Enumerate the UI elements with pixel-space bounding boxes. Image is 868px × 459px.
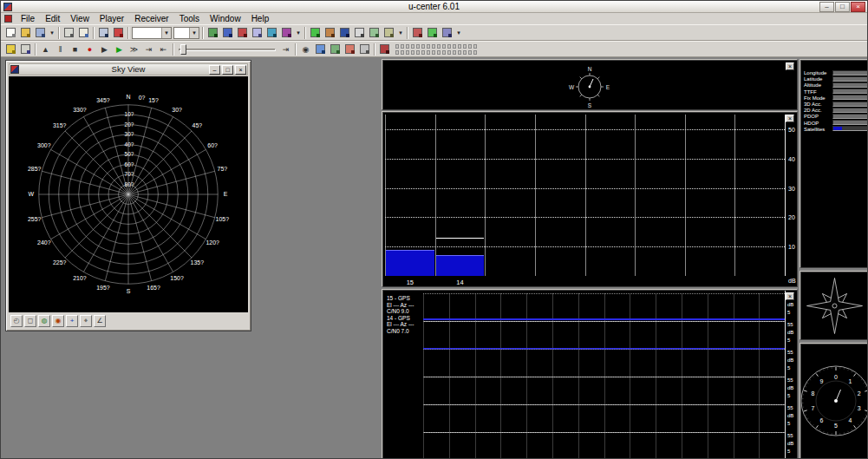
icon-accent [361, 34, 364, 37]
menu-help[interactable]: Help [246, 13, 275, 24]
minimize-button[interactable]: – [819, 2, 834, 12]
sv-angle-button[interactable]: ∠ [94, 315, 106, 327]
dial-tick [806, 415, 806, 416]
camera-button[interactable] [440, 26, 454, 40]
histogram-view-button[interactable] [279, 26, 294, 40]
port-combo[interactable]: ▾ [132, 27, 172, 39]
firmware-update-button[interactable] [410, 26, 425, 40]
menu-view[interactable]: View [65, 13, 95, 24]
hotstart-button[interactable] [343, 43, 357, 56]
save-options-dropdown[interactable]: ▾ [48, 26, 56, 40]
activity-led [432, 50, 435, 55]
chart-view-button[interactable] [264, 26, 279, 40]
sky-view-minimize-button[interactable]: – [209, 65, 220, 75]
sv-record-button[interactable]: ◉ [52, 315, 64, 327]
new-file-button[interactable] [3, 26, 18, 40]
menu-edit[interactable]: Edit [40, 13, 65, 24]
sv-trail-button[interactable]: ◻ [24, 315, 36, 327]
satellite-history-close-button[interactable]: × [786, 292, 794, 300]
pause-button[interactable]: ‖ [53, 43, 68, 56]
seek-end-button[interactable]: ⇥ [278, 43, 293, 56]
sky-view-maximize-button[interactable]: □ [222, 65, 233, 75]
step-forward-button[interactable]: ▶ [97, 43, 112, 56]
dial-tick [861, 379, 862, 380]
eject-button[interactable]: ▲ [38, 43, 53, 56]
sky-view-titlebar[interactable]: Sky View – □ × [9, 63, 248, 75]
sv-center-button[interactable]: ⌖ [80, 315, 92, 327]
fast-forward-button[interactable]: ≫ [127, 43, 141, 56]
step-forward-icon: ▶ [98, 43, 111, 56]
packet-console-button[interactable] [367, 26, 382, 40]
data-field-value [832, 114, 868, 119]
slider-handle[interactable] [180, 44, 186, 55]
dial-tick [861, 422, 862, 423]
binary-console-button[interactable] [382, 26, 396, 40]
sky-view-button[interactable] [337, 26, 352, 40]
eject-icon: ▲ [39, 43, 52, 56]
data-field-value [832, 102, 868, 107]
menu-file[interactable]: File [16, 13, 40, 24]
statistic-view-button[interactable] [235, 26, 250, 40]
assistnow-button[interactable] [425, 26, 440, 40]
deviation-map-button[interactable] [323, 26, 337, 40]
close-button[interactable]: × [851, 2, 865, 12]
activity-led [453, 44, 456, 49]
sky-view-window[interactable]: Sky View – □ × N0?15?30?45?60?75?E105?12… [5, 60, 251, 331]
poll-button[interactable] [357, 43, 372, 56]
sv-crosshair-button[interactable]: + [66, 315, 78, 327]
sky-view-canvas: N0?15?30?45?60?75?E105?120?135?150?165?S… [9, 76, 248, 312]
activity-led [395, 44, 399, 49]
find-button[interactable] [96, 26, 111, 40]
baudrate-combo-arrow-icon[interactable]: ▾ [189, 28, 199, 38]
row-scale-label: 5 [787, 310, 790, 316]
measure-button[interactable] [18, 43, 33, 56]
menu-receiver[interactable]: Receiver [129, 13, 173, 24]
elevation-label: 60? [125, 161, 134, 167]
maximize-button[interactable]: □ [835, 2, 850, 12]
titlebar[interactable]: u-center 6.01 – □ × [1, 1, 867, 13]
capture-button[interactable]: ◉ [298, 43, 313, 56]
activity-button[interactable] [377, 43, 392, 56]
record-button[interactable]: ● [82, 43, 97, 56]
print-preview-button[interactable] [76, 26, 91, 40]
menu-player[interactable]: Player [95, 13, 129, 24]
document-icon [4, 15, 12, 23]
dial-digit: 7 [811, 405, 814, 411]
baudrate-combo[interactable]: ▾ [173, 27, 199, 39]
messages-view-button[interactable] [206, 26, 220, 40]
activity-led [416, 44, 420, 49]
jump-end-button[interactable]: ⇥ [141, 43, 156, 56]
warmstart-button[interactable] [328, 43, 343, 56]
playback-position-slider[interactable] [179, 43, 276, 56]
sun-button[interactable] [3, 43, 18, 56]
compass-pane-close-button[interactable]: × [786, 62, 794, 70]
play-button[interactable]: ▶ [112, 43, 127, 56]
azimuth-label: N [126, 94, 130, 100]
views-dropdown[interactable]: ▾ [294, 26, 303, 40]
poll-icon [360, 44, 369, 54]
console-dropdown[interactable]: ▾ [396, 26, 405, 40]
sv-globe-button[interactable]: ◍ [38, 315, 50, 327]
row-scale-label: dB [787, 413, 793, 419]
menu-window[interactable]: Window [205, 13, 246, 24]
workspace: Sky View – □ × N0?15?30?45?60?75?E105?12… [1, 57, 868, 459]
satellite-level-close-button[interactable]: × [786, 115, 794, 122]
compass-view-pane: NESW × [382, 60, 798, 110]
menu-tools[interactable]: Tools [174, 13, 205, 24]
sv-pause-button[interactable]: ◴ [10, 315, 23, 327]
print-button[interactable] [62, 26, 76, 40]
table-view-button[interactable] [250, 26, 264, 40]
port-combo-arrow-icon[interactable]: ▾ [161, 28, 171, 38]
stop-button[interactable]: ■ [68, 43, 82, 56]
settings-button[interactable] [111, 26, 126, 40]
save-file-button[interactable] [33, 26, 48, 40]
text-console-button[interactable] [352, 26, 367, 40]
map-view-button[interactable] [308, 26, 323, 40]
tools-dropdown[interactable]: ▾ [454, 26, 463, 40]
open-file-button[interactable] [18, 26, 33, 40]
jump-begin-button[interactable]: ⇤ [156, 43, 171, 56]
sky-view-close-button[interactable]: × [235, 65, 246, 75]
configuration-view-button[interactable] [220, 26, 235, 40]
coldstart-button[interactable] [313, 43, 328, 56]
dial-digit: 4 [849, 417, 852, 423]
